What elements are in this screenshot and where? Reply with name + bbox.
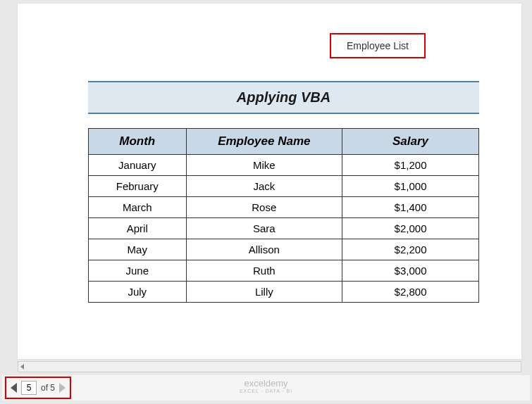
cell-name: Rose xyxy=(186,197,342,218)
cell-salary: $1,000 xyxy=(342,176,479,197)
cell-month: April xyxy=(89,218,187,239)
cell-month: June xyxy=(89,260,187,282)
table-row: AprilSara$2,000 xyxy=(89,218,479,239)
cell-salary: $2,000 xyxy=(342,218,479,239)
cell-month: February xyxy=(89,176,187,197)
cell-month: March xyxy=(89,197,187,218)
cell-month: July xyxy=(89,282,187,303)
page-navigator: of 5 xyxy=(5,377,71,399)
cell-salary: $2,200 xyxy=(342,239,479,260)
content-area: Applying VBA Month Employee Name Salary … xyxy=(88,81,479,303)
table-header-row: Month Employee Name Salary xyxy=(89,129,479,155)
cell-name: Sara xyxy=(186,218,342,239)
cell-name: Ruth xyxy=(186,260,342,282)
page-number-input[interactable] xyxy=(21,381,37,395)
cell-month: May xyxy=(89,239,187,260)
header-title: Employee List xyxy=(347,40,409,51)
next-page-button[interactable] xyxy=(59,383,66,393)
print-preview-page: Employee List Applying VBA Month Employe… xyxy=(18,4,521,359)
cell-salary: $1,400 xyxy=(342,197,479,218)
header-title-box: Employee List xyxy=(330,33,426,58)
cell-name: Mike xyxy=(186,155,342,176)
watermark: exceldemy EXCEL · DATA · BI xyxy=(240,378,292,393)
cell-salary: $1,200 xyxy=(342,155,479,176)
prev-page-button[interactable] xyxy=(11,383,17,393)
table-row: JanuaryMike$1,200 xyxy=(89,155,479,176)
horizontal-scrollbar[interactable] xyxy=(18,361,521,372)
cell-name: Lilly xyxy=(186,282,342,303)
cell-month: January xyxy=(89,155,187,176)
table-row: MarchRose$1,400 xyxy=(89,197,479,218)
table-row: JuneRuth$3,000 xyxy=(89,260,479,282)
scroll-left-icon xyxy=(20,364,24,370)
employee-table: Month Employee Name Salary JanuaryMike$1… xyxy=(88,128,479,303)
cell-salary: $2,800 xyxy=(342,282,479,303)
cell-salary: $3,000 xyxy=(342,260,479,282)
page-title: Applying VBA xyxy=(88,81,479,114)
status-bar: of 5 exceldemy EXCEL · DATA · BI xyxy=(2,375,530,400)
page-count-label: of 5 xyxy=(41,383,55,393)
header-month: Month xyxy=(89,129,187,155)
cell-name: Allison xyxy=(186,239,342,260)
header-salary: Salary xyxy=(342,129,479,155)
watermark-main: exceldemy xyxy=(240,378,292,389)
watermark-sub: EXCEL · DATA · BI xyxy=(240,389,292,393)
header-name: Employee Name xyxy=(186,129,342,155)
table-row: JulyLilly$2,800 xyxy=(89,282,479,303)
cell-name: Jack xyxy=(186,176,342,197)
table-row: FebruaryJack$1,000 xyxy=(89,176,479,197)
table-row: MayAllison$2,200 xyxy=(89,239,479,260)
